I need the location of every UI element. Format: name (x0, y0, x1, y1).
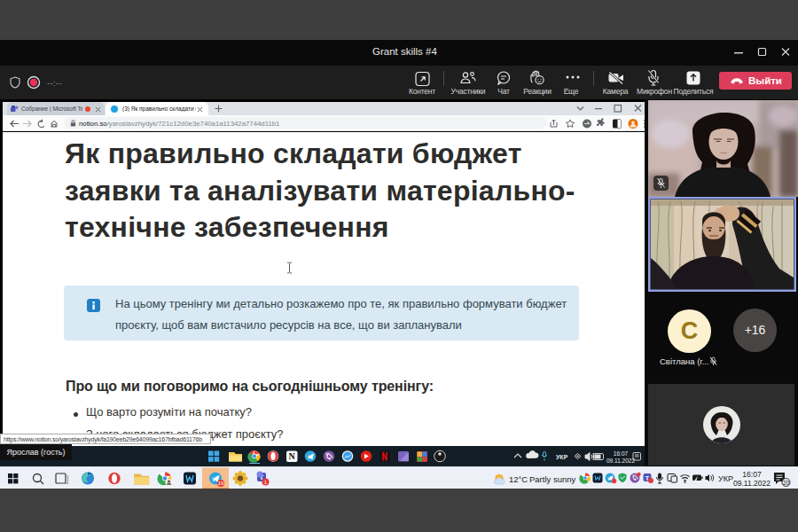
svg-text:09.11.2022: 09.11.2022 (606, 458, 635, 464)
svg-text:УКР: УКР (556, 454, 568, 460)
svg-text:16:07: 16:07 (614, 450, 629, 457)
svg-text:20: 20 (783, 480, 790, 486)
svg-text:N: N (289, 451, 296, 461)
svg-text:19: 19 (218, 481, 224, 486)
